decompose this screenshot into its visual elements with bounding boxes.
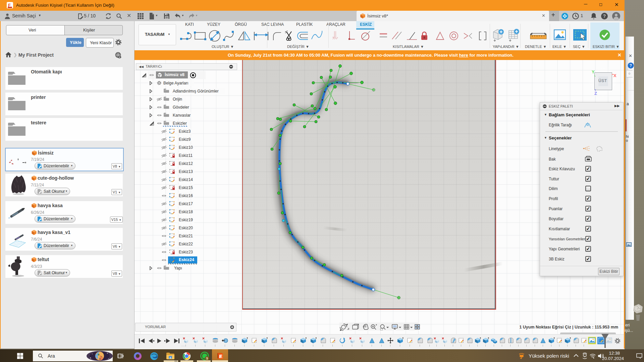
svg-text:?: ? [603,13,606,19]
svg-text:FUS: FUS [219,357,222,358]
svg-text:1: 1 [206,356,208,360]
